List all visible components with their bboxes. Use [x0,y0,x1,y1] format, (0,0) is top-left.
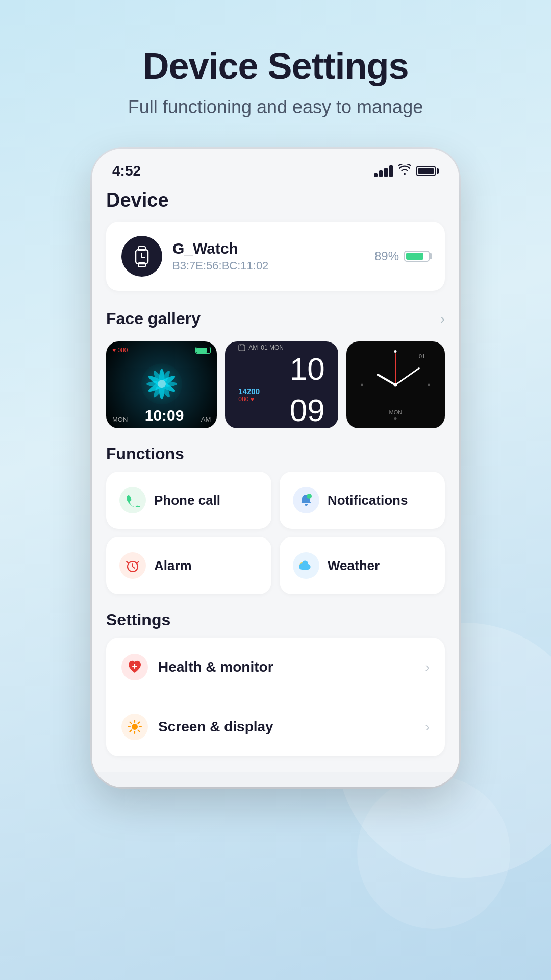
sun-icon [121,714,148,740]
device-section-title: Device [106,184,445,222]
svg-line-30 [138,722,140,724]
alarm-icon [119,552,146,579]
status-icons [374,164,439,178]
page-header: Device Settings Full functioning and eas… [0,0,551,149]
function-weather[interactable]: Weather [280,537,445,594]
battery-percent: 89% [374,249,399,263]
function-alarm[interactable]: Alarm [106,537,271,594]
svg-line-28 [130,722,132,724]
heart-plus-icon [121,654,148,680]
page-subtitle: Full functioning and easy to manage [0,96,551,118]
wifi-icon [398,164,411,178]
svg-point-16 [307,494,312,499]
device-avatar [121,236,162,277]
phone-mockup: 4:52 Device [92,149,459,787]
page-title: Device Settings [0,46,551,86]
watch-face-3[interactable]: 01 MON [346,341,445,428]
svg-rect-13 [239,345,245,351]
status-time: 4:52 [112,163,141,179]
alarm-label: Alarm [154,558,192,574]
functions-grid: Phone call Notifications [106,472,445,594]
face-gallery-header: Face gallery › [106,305,445,332]
cloud-icon [293,552,319,579]
functions-section-title: Functions [106,445,445,463]
health-chevron: › [425,659,430,675]
face-gallery-title: Face gallery [106,309,201,328]
watch-face-1-decoration [139,361,185,407]
battery-icon [416,166,439,176]
settings-section-title: Settings [106,610,445,629]
svg-point-12 [158,380,166,388]
battery-bar-display [404,251,430,262]
settings-card: Health & monitor › [106,638,445,756]
device-name: G_Watch [172,240,268,257]
notifications-label: Notifications [328,493,408,508]
health-monitor-label: Health & monitor [158,659,273,675]
screen-display-label: Screen & display [158,719,273,735]
phone-icon [119,487,146,513]
svg-line-29 [138,730,140,732]
bell-icon [293,487,319,513]
function-phone-call[interactable]: Phone call [106,472,271,529]
device-text: G_Watch B3:7E:56:BC:11:02 [172,240,268,273]
settings-item-screen[interactable]: Screen & display › [106,697,445,756]
battery-status: 89% [374,249,430,263]
device-info: G_Watch B3:7E:56:BC:11:02 [121,236,268,277]
face-gallery-chevron[interactable]: › [440,311,445,327]
signal-icon [374,165,393,177]
status-bar: 4:52 [92,149,459,184]
svg-line-19 [133,567,135,568]
watch-icon [131,243,153,269]
weather-label: Weather [328,558,380,574]
device-card[interactable]: G_Watch B3:7E:56:BC:11:02 89% [106,222,445,291]
function-notifications[interactable]: Notifications [280,472,445,529]
screen-chevron: › [425,719,430,735]
settings-item-health[interactable]: Health & monitor › [106,638,445,697]
svg-line-31 [130,730,132,732]
face-gallery: ♥ 080 [106,341,445,428]
content-area: Device G_Watch B3:7E:56:BC:11:02 [92,184,459,772]
watch-face-2[interactable]: AM 01 MON 10 14200 080 ♥ 09 [225,341,338,428]
device-mac: B3:7E:56:BC:11:02 [172,259,268,273]
watch-face-1[interactable]: ♥ 080 [106,341,217,428]
svg-point-23 [132,724,138,730]
phone-call-label: Phone call [154,493,220,508]
